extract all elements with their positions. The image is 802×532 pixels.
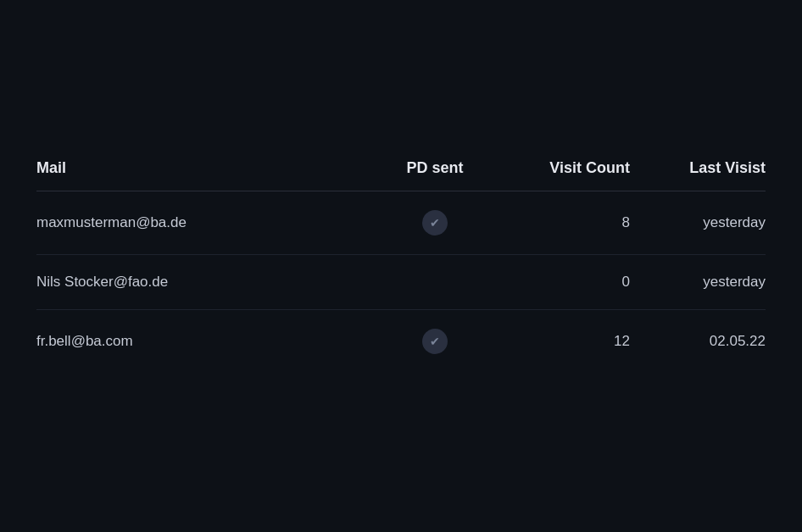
cell-mail-1: maxmusterman@ba.de <box>36 214 376 231</box>
table-row: fr.bell@ba.com ✔ 12 02.05.22 <box>36 310 766 373</box>
cell-count-2: 0 <box>494 274 630 291</box>
cell-mail-2: Nils Stocker@fao.de <box>36 274 376 291</box>
header-mail: Mail <box>36 159 376 177</box>
data-table: Mail PD sent Visit Count Last Visist max… <box>36 142 766 390</box>
check-icon-3: ✔ <box>422 329 448 354</box>
check-icon-1: ✔ <box>422 210 448 236</box>
table-header: Mail PD sent Visit Count Last Visist <box>36 159 766 191</box>
cell-count-3: 12 <box>494 333 630 350</box>
header-pd-sent: PD sent <box>376 159 494 177</box>
header-visit-count: Visit Count <box>494 159 630 177</box>
cell-pd-1: ✔ <box>376 210 494 236</box>
header-last-visit: Last Visist <box>630 159 766 177</box>
cell-mail-3: fr.bell@ba.com <box>36 333 376 350</box>
table-row: Nils Stocker@fao.de 0 yesterday <box>36 255 766 310</box>
table-row: maxmusterman@ba.de ✔ 8 yesterday <box>36 191 766 255</box>
cell-last-1: yesterday <box>630 214 766 231</box>
cell-last-2: yesterday <box>630 274 766 291</box>
cell-pd-3: ✔ <box>376 329 494 354</box>
cell-count-1: 8 <box>494 214 630 231</box>
cell-last-3: 02.05.22 <box>630 333 766 350</box>
